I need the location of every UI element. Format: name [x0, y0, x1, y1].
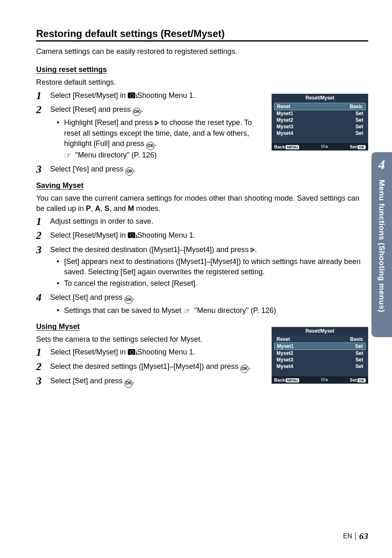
section-heading: Restoring default settings (Reset/Myset)	[36, 28, 368, 42]
step-num: 4	[36, 292, 50, 317]
menu-row: Myset3Set	[274, 357, 366, 363]
bullet-text: Settings that can be saved to Myset	[64, 306, 183, 315]
bullet-text: "Menu directory" (P. 126)	[194, 306, 276, 315]
menu-title: Reset/Myset	[272, 327, 368, 335]
step-text: Select the desired destination ([Myset1]…	[50, 245, 251, 254]
pointer-icon	[183, 306, 192, 312]
step-text: Select [Reset/Myset] in	[50, 348, 128, 356]
bullet-text: "Menu directory" (P. 126)	[75, 151, 157, 159]
step-text: Select [Reset/Myset] in	[50, 91, 128, 100]
ok-button-icon: OK	[125, 296, 133, 304]
step-text: Shooting Menu 1.	[137, 348, 195, 356]
step-text: .	[249, 362, 251, 370]
mode-letter: M	[128, 204, 134, 213]
menu-row-label: Reset	[277, 104, 291, 109]
step-num: 1	[36, 90, 50, 102]
nav-indicator	[321, 377, 328, 382]
menu-row-value: Set	[355, 350, 363, 356]
save-body: You can save the current camera settings…	[36, 193, 368, 213]
menu-row-value: Set	[355, 117, 363, 123]
menu-row: Myset4Set	[274, 363, 366, 370]
menu-row-value: Set	[355, 111, 363, 116]
menu-row-label: Myset1	[277, 111, 293, 116]
step-text: .	[141, 105, 143, 113]
step-num: 3	[36, 164, 50, 176]
menu-row-label: Myset1	[277, 343, 294, 349]
mode-letter: S	[104, 204, 109, 213]
text: ,	[91, 204, 95, 213]
step-num: 3	[36, 244, 50, 289]
menu-row-label: Myset4	[277, 364, 293, 369]
text: You can save the current camera settings…	[36, 194, 360, 212]
camera-menu-screenshot: Reset/MysetResetBasicMyset1SetMyset2SetM…	[272, 327, 368, 384]
step-text: Shooting Menu 1.	[137, 231, 195, 239]
step-text: Select [Reset/Myset] in	[50, 231, 128, 239]
step-text: .	[134, 165, 136, 173]
intro-text: Camera settings can be easily restored t…	[36, 46, 368, 56]
save-steps: 1 Adjust settings in order to save. 2 Se…	[36, 216, 368, 317]
ok-button-icon: OK	[146, 142, 154, 150]
mode-letter: A	[95, 204, 100, 213]
right-arrow-icon	[251, 248, 255, 252]
menu-row: ResetBasic	[274, 103, 366, 110]
menu-row-value: Set	[355, 364, 363, 369]
menu-row-value: Basic	[350, 104, 363, 109]
step-text: Select [Set] and press	[50, 377, 125, 385]
step-text: .	[133, 293, 135, 301]
text: modes.	[134, 204, 160, 213]
sub-bullet: [Set] appears next to destinations ([Mys…	[57, 257, 368, 277]
ok-button-icon: OK	[133, 108, 141, 116]
step-text: .	[255, 245, 257, 254]
camera-icon	[128, 232, 135, 238]
chapter-number: 4	[378, 157, 385, 172]
menu-row-value: Set	[355, 343, 363, 349]
step-text: Adjust settings in order to save.	[50, 216, 368, 228]
step-num: 1	[36, 347, 50, 359]
menu-row-label: Myset3	[277, 357, 293, 363]
step-num: 1	[36, 216, 50, 228]
set-label: SetOK	[350, 144, 366, 149]
step-text: .	[133, 377, 135, 385]
menu-row-value: Set	[355, 130, 363, 136]
reset-body: Restore default settings.	[36, 77, 368, 87]
back-label: BackMENU	[274, 377, 299, 382]
page-number: 63	[359, 531, 368, 542]
menu-row-label: Myset4	[277, 130, 293, 136]
back-label: BackMENU	[274, 144, 299, 149]
step-text: Select [Reset] and press	[50, 105, 133, 113]
menu-footer: BackMENU SetOK	[272, 376, 368, 384]
menu-row: ResetBasic	[274, 336, 366, 343]
sub-bullet: Settings that can be saved to Myset "Men…	[57, 306, 368, 316]
ok-button-icon: OK	[125, 167, 134, 176]
step-text: Select the desired settings ([Myset1]–[M…	[50, 362, 240, 370]
sub-bullet: To cancel the registration, select [Rese…	[57, 278, 368, 289]
set-label: SetOK	[350, 377, 366, 382]
step-num: 2	[36, 104, 50, 161]
menu-row-label: Myset2	[277, 117, 293, 123]
bullet-text: Highlight [Reset] and press	[64, 118, 155, 127]
menu-row-value: Basic	[350, 336, 363, 342]
pointer-icon	[64, 151, 73, 157]
step-num: 3	[36, 375, 50, 387]
step-num: 2	[36, 361, 50, 373]
step-text: Shooting Menu 1.	[137, 91, 195, 100]
sub-bullet: Highlight [Reset] and press to choose th…	[57, 118, 256, 160]
right-arrow-icon	[155, 120, 159, 125]
subhead-use: Using Myset	[36, 322, 80, 331]
nav-indicator	[321, 144, 328, 149]
menu-row: Myset2Set	[274, 350, 366, 357]
mode-letter: P	[86, 204, 91, 213]
menu-row-value: Set	[355, 124, 363, 130]
menu-row: Myset2Set	[274, 117, 366, 123]
menu-row: Myset3Set	[274, 123, 366, 130]
text: ,	[100, 204, 104, 213]
camera-menu-screenshot: Reset/MysetResetBasicMyset1SetMyset2SetM…	[272, 94, 368, 150]
menu-title: Reset/Myset	[272, 94, 368, 102]
menu-row: Myset1Set	[274, 110, 366, 117]
bullet-text: To cancel the registration, select [Rese…	[64, 278, 197, 289]
ok-button-icon: OK	[240, 365, 249, 373]
chapter-tab: 4 Menu functions (Shooting menus)	[371, 152, 392, 337]
step-num: 2	[36, 230, 50, 242]
subhead-save: Saving Myset	[36, 181, 83, 190]
step-text: Select [Yes] and press	[50, 165, 125, 173]
